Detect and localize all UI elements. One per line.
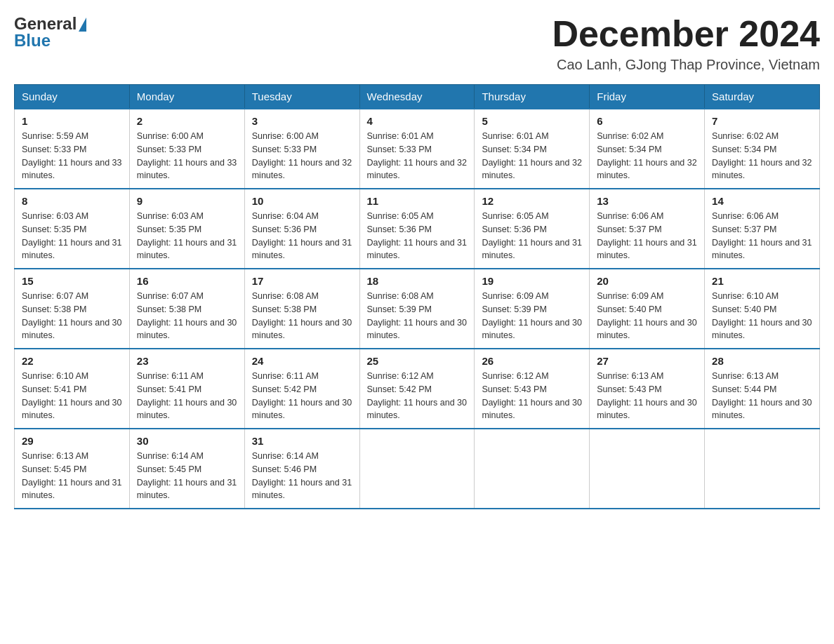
- sunrise-text: Sunrise: 6:11 AM: [252, 371, 319, 381]
- day-number: 10: [252, 195, 352, 207]
- sunrise-text: Sunrise: 6:10 AM: [712, 291, 779, 301]
- day-info: Sunrise: 6:13 AMSunset: 5:45 PMDaylight:…: [22, 450, 122, 502]
- day-number: 31: [252, 435, 352, 447]
- sunrise-text: Sunrise: 6:14 AM: [252, 451, 319, 461]
- daylight-text: Daylight: 11 hours and 32 minutes.: [367, 158, 467, 181]
- daylight-text: Daylight: 11 hours and 30 minutes.: [367, 398, 467, 421]
- day-info: Sunrise: 6:05 AMSunset: 5:36 PMDaylight:…: [482, 210, 582, 262]
- table-row: [590, 429, 705, 509]
- day-info: Sunrise: 6:14 AMSunset: 5:45 PMDaylight:…: [137, 450, 237, 502]
- table-row: 2Sunrise: 6:00 AMSunset: 5:33 PMDaylight…: [129, 109, 244, 189]
- day-info: Sunrise: 6:13 AMSunset: 5:44 PMDaylight:…: [712, 370, 812, 422]
- day-info: Sunrise: 6:00 AMSunset: 5:33 PMDaylight:…: [252, 130, 352, 182]
- logo-text: General Blue: [14, 14, 86, 51]
- sunrise-text: Sunrise: 5:59 AM: [22, 131, 88, 141]
- daylight-text: Daylight: 11 hours and 32 minutes.: [712, 158, 812, 181]
- sunset-text: Sunset: 5:33 PM: [137, 145, 201, 154]
- sunrise-text: Sunrise: 6:03 AM: [22, 211, 88, 221]
- col-wednesday: Wednesday: [359, 85, 475, 109]
- sunset-text: Sunset: 5:45 PM: [137, 464, 201, 474]
- sunrise-text: Sunrise: 6:11 AM: [137, 371, 204, 381]
- day-info: Sunrise: 6:12 AMSunset: 5:42 PMDaylight:…: [367, 370, 468, 422]
- sunset-text: Sunset: 5:39 PM: [367, 304, 432, 314]
- daylight-text: Daylight: 11 hours and 30 minutes.: [252, 318, 352, 341]
- sunset-text: Sunset: 5:35 PM: [137, 224, 201, 234]
- logo-triangle-icon: [79, 18, 86, 32]
- day-info: Sunrise: 6:10 AMSunset: 5:41 PMDaylight:…: [22, 370, 122, 422]
- day-number: 14: [712, 195, 812, 207]
- day-number: 1: [22, 115, 122, 127]
- sunset-text: Sunset: 5:43 PM: [597, 384, 661, 394]
- day-number: 21: [712, 275, 812, 287]
- col-thursday: Thursday: [475, 85, 590, 109]
- day-number: 2: [137, 115, 237, 127]
- day-info: Sunrise: 6:11 AMSunset: 5:42 PMDaylight:…: [252, 370, 352, 422]
- day-number: 7: [712, 115, 812, 127]
- sunset-text: Sunset: 5:33 PM: [22, 145, 86, 154]
- sunrise-text: Sunrise: 6:14 AM: [137, 451, 204, 461]
- daylight-text: Daylight: 11 hours and 30 minutes.: [712, 318, 812, 341]
- day-number: 24: [252, 355, 352, 367]
- daylight-text: Daylight: 11 hours and 30 minutes.: [22, 398, 121, 421]
- sunset-text: Sunset: 5:34 PM: [597, 145, 661, 154]
- sunset-text: Sunset: 5:36 PM: [482, 224, 546, 234]
- day-number: 22: [22, 355, 122, 367]
- sunrise-text: Sunrise: 6:13 AM: [712, 371, 779, 381]
- day-number: 20: [597, 275, 697, 287]
- day-info: Sunrise: 6:01 AMSunset: 5:33 PMDaylight:…: [367, 130, 468, 182]
- day-number: 15: [22, 275, 122, 287]
- table-row: [475, 429, 590, 509]
- sunrise-text: Sunrise: 6:12 AM: [482, 371, 548, 381]
- day-info: Sunrise: 6:07 AMSunset: 5:38 PMDaylight:…: [137, 290, 237, 342]
- sunset-text: Sunset: 5:38 PM: [137, 304, 201, 314]
- sunset-text: Sunset: 5:43 PM: [482, 384, 546, 394]
- daylight-text: Daylight: 11 hours and 30 minutes.: [137, 318, 237, 341]
- page-header: General Blue December 2024 Cao Lanh, GJo…: [14, 14, 820, 73]
- sunset-text: Sunset: 5:40 PM: [712, 304, 776, 314]
- day-info: Sunrise: 6:07 AMSunset: 5:38 PMDaylight:…: [22, 290, 122, 342]
- day-info: Sunrise: 6:05 AMSunset: 5:36 PMDaylight:…: [367, 210, 468, 262]
- day-info: Sunrise: 6:14 AMSunset: 5:46 PMDaylight:…: [252, 450, 352, 502]
- day-info: Sunrise: 6:02 AMSunset: 5:34 PMDaylight:…: [597, 130, 697, 182]
- sunrise-text: Sunrise: 6:09 AM: [482, 291, 548, 301]
- calendar-header-row: Sunday Monday Tuesday Wednesday Thursday…: [15, 85, 820, 109]
- sunrise-text: Sunrise: 6:12 AM: [367, 371, 434, 381]
- daylight-text: Daylight: 11 hours and 33 minutes.: [137, 158, 237, 181]
- table-row: 20Sunrise: 6:09 AMSunset: 5:40 PMDayligh…: [590, 269, 705, 349]
- day-number: 19: [482, 275, 582, 287]
- table-row: 9Sunrise: 6:03 AMSunset: 5:35 PMDaylight…: [129, 189, 244, 269]
- day-number: 17: [252, 275, 352, 287]
- day-number: 4: [367, 115, 468, 127]
- sunset-text: Sunset: 5:44 PM: [712, 384, 776, 394]
- daylight-text: Daylight: 11 hours and 30 minutes.: [22, 318, 121, 341]
- daylight-text: Daylight: 11 hours and 30 minutes.: [367, 318, 467, 341]
- sunrise-text: Sunrise: 6:06 AM: [712, 211, 779, 221]
- table-row: 31Sunrise: 6:14 AMSunset: 5:46 PMDayligh…: [244, 429, 359, 509]
- sunrise-text: Sunrise: 6:10 AM: [22, 371, 88, 381]
- table-row: 19Sunrise: 6:09 AMSunset: 5:39 PMDayligh…: [475, 269, 590, 349]
- sunrise-text: Sunrise: 6:00 AM: [252, 131, 319, 141]
- daylight-text: Daylight: 11 hours and 31 minutes.: [252, 478, 352, 501]
- day-info: Sunrise: 6:11 AMSunset: 5:41 PMDaylight:…: [137, 370, 237, 422]
- col-friday: Friday: [590, 85, 705, 109]
- day-number: 8: [22, 195, 122, 207]
- table-row: 11Sunrise: 6:05 AMSunset: 5:36 PMDayligh…: [359, 189, 475, 269]
- day-info: Sunrise: 6:04 AMSunset: 5:36 PMDaylight:…: [252, 210, 352, 262]
- day-number: 28: [712, 355, 812, 367]
- calendar-table: Sunday Monday Tuesday Wednesday Thursday…: [14, 84, 820, 509]
- calendar-week-row: 8Sunrise: 6:03 AMSunset: 5:35 PMDaylight…: [15, 189, 820, 269]
- sunrise-text: Sunrise: 6:04 AM: [252, 211, 319, 221]
- daylight-text: Daylight: 11 hours and 31 minutes.: [137, 478, 237, 501]
- daylight-text: Daylight: 11 hours and 31 minutes.: [712, 238, 812, 261]
- daylight-text: Daylight: 11 hours and 30 minutes.: [137, 398, 237, 421]
- daylight-text: Daylight: 11 hours and 32 minutes.: [597, 158, 696, 181]
- calendar-week-row: 29Sunrise: 6:13 AMSunset: 5:45 PMDayligh…: [15, 429, 820, 509]
- table-row: 24Sunrise: 6:11 AMSunset: 5:42 PMDayligh…: [244, 349, 359, 429]
- sunrise-text: Sunrise: 6:05 AM: [482, 211, 548, 221]
- logo: General Blue: [14, 14, 86, 51]
- sunrise-text: Sunrise: 6:02 AM: [597, 131, 663, 141]
- month-title: December 2024: [552, 14, 820, 54]
- sunset-text: Sunset: 5:41 PM: [137, 384, 201, 394]
- sunrise-text: Sunrise: 6:02 AM: [712, 131, 779, 141]
- day-number: 25: [367, 355, 468, 367]
